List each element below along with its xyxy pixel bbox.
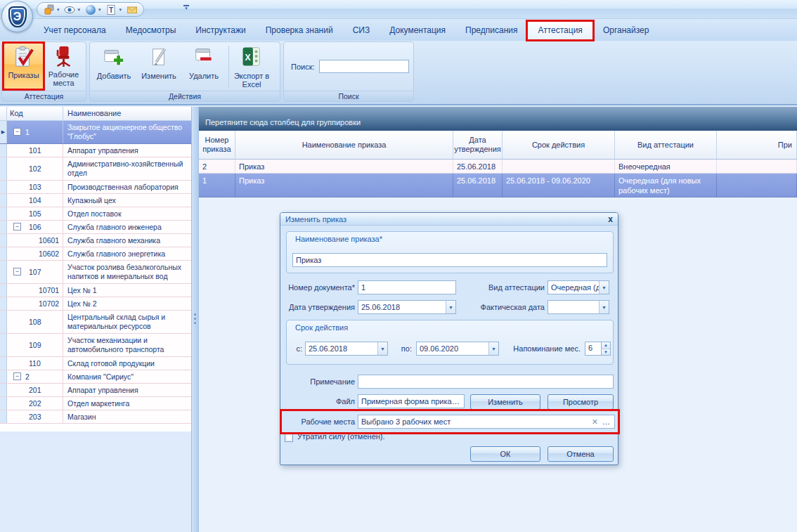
file-edit-button[interactable]: Изменить [470,394,540,410]
tree-row-102[interactable]: 102Административно-хозяйственный отдел [0,157,191,181]
tab-Аттестация[interactable]: Аттестация [527,20,592,41]
spinner-up-icon[interactable]: ▲ [602,342,610,349]
workplaces-browse-button[interactable]: … [602,417,611,426]
chevron-down-icon[interactable]: ▼ [488,342,498,355]
add-button-label: Добавить [97,72,131,80]
tree-row-106[interactable]: −106Служба главного инженера [0,221,191,234]
validity-from-value: 25.06.2018 [306,344,377,353]
chevron-down-icon[interactable]: ▾ [119,7,122,13]
grid-column-type[interactable]: Вид аттестации [615,131,717,159]
delete-button[interactable]: Удалить [181,43,226,90]
tree-row-10602[interactable]: 10602Служба главного энергетика [0,247,191,261]
tree-row-101[interactable]: 101Аппарат управления [0,144,191,157]
tab-Инструктажи[interactable]: Инструктажи [186,20,255,41]
mail-icon[interactable] [126,4,138,15]
file-field[interactable]: Примерная форма приказа … [358,394,465,408]
tree-row-105[interactable]: 105Отдел поставок [0,207,191,221]
doc-number-input[interactable] [358,281,455,294]
grid-column-period[interactable]: Срок действия [503,131,615,159]
row-indicator [0,221,7,233]
attestation-type-combo[interactable]: Очередная (для нс ▼ [547,280,609,294]
tree-row-110[interactable]: 110Склад готовой продукции [0,357,191,370]
clear-icon[interactable]: ✕ [592,417,598,427]
tree-row-10701[interactable]: 10701Цех № 1 [0,284,191,297]
collapse-toggle-icon[interactable]: − [13,128,21,136]
tab-Предписания[interactable]: Предписания [455,20,527,41]
tree-column-code[interactable]: Код [7,107,63,120]
approval-date-picker[interactable]: 25.06.2018 ▼ [358,300,456,314]
chevron-down-icon[interactable]: ▼ [599,281,609,294]
export-excel-button[interactable]: X Экспорт в Excel [231,43,272,90]
tree-cell-name: Купажный цех [63,194,191,207]
close-icon[interactable]: x [608,215,613,223]
grid-column-name[interactable]: Наименование приказа [235,131,453,159]
tree-cell-code: −2 [7,370,63,383]
edit-button[interactable]: Изменить [136,43,181,90]
spinner-down-icon[interactable]: ▼ [602,349,610,356]
tree-row-109[interactable]: 109Участок механизации и автомобильного … [0,334,191,357]
chevron-down-icon[interactable]: ▼ [377,342,387,355]
order-name-input[interactable] [293,254,607,266]
file-view-button[interactable]: Просмотр [547,394,614,410]
tree-row-104[interactable]: 104Купажный цех [0,194,191,207]
tab-Проверка знаний[interactable]: Проверка знаний [256,20,343,41]
layers-icon[interactable] [43,4,55,15]
note-input[interactable] [358,375,613,388]
sphere-icon[interactable] [84,4,96,15]
search-input[interactable] [319,60,409,73]
splitter[interactable] [191,107,199,532]
app-logo-letter: Э [13,11,21,23]
window-titlebar: Э ▾ ▾ ▾ T ▾ ▾ [0,0,797,19]
chevron-down-icon[interactable]: ▾ [78,7,81,13]
validity-to-picker[interactable]: 09.06.2020 ▼ [416,342,499,356]
tab-Документация[interactable]: Документация [380,20,455,41]
grid-column-note[interactable]: При [717,131,797,159]
tree-row-10702[interactable]: 10702Цех № 2 [0,297,191,311]
workplaces-button[interactable]: Рабочие места [44,43,84,90]
file-browse-button[interactable]: … [452,397,460,406]
collapse-toggle-icon[interactable]: − [13,268,21,275]
tab-Учет персонала[interactable]: Учет персонала [34,20,116,41]
group-by-band[interactable]: Перетяните сюда столбец для группировки [199,107,797,131]
customize-quick-access-button[interactable]: ▾ [181,5,191,11]
ok-button[interactable]: ОК [470,446,540,462]
actual-date-picker[interactable]: ▼ [547,300,609,314]
grid-column-number[interactable]: Номер приказа [199,131,235,159]
add-button[interactable]: Добавить [91,43,136,90]
orders-button[interactable]: Приказы [4,43,44,90]
tab-Органайзер[interactable]: Органайзер [593,20,659,41]
tree-row-108[interactable]: 108Центральный склад сырья и материальны… [0,311,191,334]
revoked-checkbox[interactable] [285,434,293,442]
eye-icon[interactable] [64,4,76,15]
workplaces-field[interactable]: Выбрано 3 рабочих мест ✕ … [358,415,615,429]
collapse-toggle-icon[interactable]: − [13,223,21,231]
tree-row-1[interactable]: ▶−1Закрытое акционерное общество "Глобус… [0,121,191,144]
tree-row-10601[interactable]: 10601Служба главного механика [0,234,191,247]
chevron-down-icon[interactable]: ▼ [599,301,609,313]
file-label: Файл [283,394,355,408]
text-icon[interactable]: T [105,4,117,15]
tab-Медосмотры[interactable]: Медосмотры [116,20,186,41]
grid-row-2[interactable]: 2Приказ25.06.2018Внеочередная [199,160,797,174]
tree-row-203[interactable]: 203Магазин [0,410,191,424]
chevron-down-icon[interactable]: ▾ [57,7,60,13]
tab-СИЗ[interactable]: СИЗ [343,20,380,41]
cancel-button[interactable]: Отмена [547,446,614,462]
app-menu-button[interactable]: Э [1,1,33,32]
tree-column-name[interactable]: Наименование [63,107,191,120]
row-indicator [0,207,7,220]
collapse-toggle-icon[interactable]: − [13,372,21,380]
tree-row-107[interactable]: −107Участок розлива безалкогольных напит… [0,261,191,284]
validity-from-picker[interactable]: 25.06.2018 ▼ [305,342,388,356]
dialog-titlebar[interactable]: Изменить приказ x [280,213,618,226]
reminder-value[interactable]: 6 [585,342,601,356]
chevron-down-icon[interactable]: ▾ [98,7,101,13]
reminder-spinner[interactable]: 6 ▲ ▼ [585,342,611,356]
chevron-down-icon[interactable]: ▼ [446,301,455,313]
grid-column-date[interactable]: Дата утверждения [453,131,503,159]
tree-row-202[interactable]: 202Отдел маркетинга [0,397,191,410]
tree-row-201[interactable]: 201Аппарат управления [0,384,191,397]
grid-row-1[interactable]: 1Приказ25.06.201825.06.2018 - 09.06.2020… [199,174,797,197]
tree-row-2[interactable]: −2Компания "Сириус" [0,370,191,384]
tree-row-103[interactable]: 103Производственная лаборатория [0,181,191,194]
